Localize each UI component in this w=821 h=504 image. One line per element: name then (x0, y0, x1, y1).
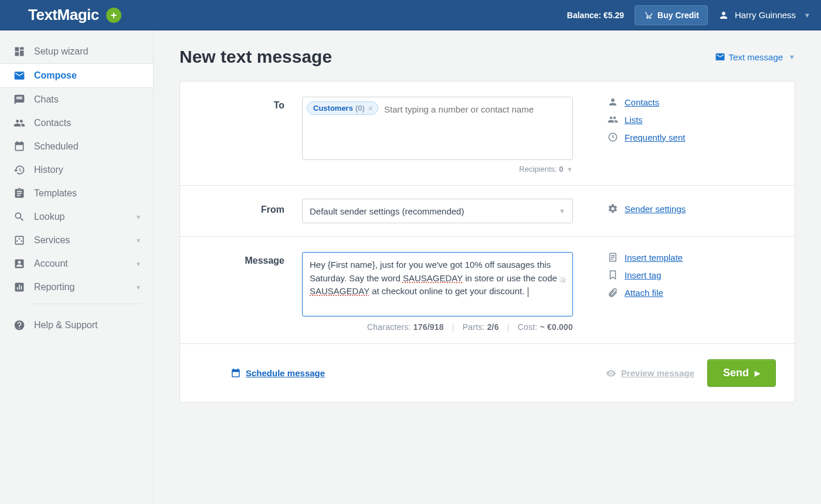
remove-chip-icon[interactable]: × (368, 104, 373, 113)
text-caret (528, 287, 528, 297)
sidebar-item-help[interactable]: Help & Support (0, 314, 153, 337)
help-icon (13, 319, 26, 332)
compose-plus-button[interactable]: + (106, 8, 121, 23)
from-label: From (199, 199, 284, 223)
logo[interactable]: TextMagic + (28, 6, 121, 24)
cart-icon (643, 11, 653, 20)
topbar: TextMagic + Balance: €5.29 Buy Credit Ha… (0, 0, 821, 30)
sidebar-item-lookup[interactable]: Lookup ▼ (0, 205, 153, 229)
message-meta: Characters: 176/918 | Parts: 2/6 | Cost:… (302, 322, 573, 332)
from-select[interactable]: Default sender settings (recommended) ▼ (302, 199, 573, 223)
chevron-down-icon: ▼ (566, 166, 573, 173)
sidebar-item-scheduled[interactable]: Scheduled (0, 135, 153, 158)
chevron-down-icon: ▼ (135, 284, 141, 291)
insert-tag-link[interactable]: Insert tag (607, 270, 776, 280)
contacts-icon (13, 117, 26, 130)
sidebar-item-history[interactable]: History (0, 158, 153, 182)
message-type-selector[interactable]: Text message ▼ (715, 52, 795, 62)
chevron-down-icon: ▼ (789, 53, 795, 60)
sidebar-item-contacts[interactable]: Contacts (0, 111, 153, 135)
history-icon (13, 164, 26, 176)
user-menu[interactable]: Harry Guinness ▼ (718, 10, 810, 21)
buy-credit-button[interactable]: Buy Credit (635, 5, 708, 25)
chevron-down-icon: ▼ (804, 12, 810, 19)
to-input[interactable] (382, 101, 568, 115)
compose-icon (13, 69, 26, 82)
resize-handle-icon[interactable] (559, 277, 565, 282)
calendar-icon (230, 368, 241, 379)
calendar-icon (13, 140, 26, 153)
dashboard-icon (13, 45, 26, 58)
chevron-down-icon: ▼ (135, 214, 141, 220)
template-icon (607, 252, 619, 263)
sidebar-item-account[interactable]: Account ▼ (0, 252, 153, 275)
sidebar-divider (29, 304, 141, 304)
open-lists-link[interactable]: Lists (607, 114, 776, 125)
account-icon (13, 257, 26, 270)
chat-icon (13, 93, 26, 106)
svg-point-0 (647, 18, 648, 19)
message-textarea[interactable]: Hey {First name}, just for you we've got… (302, 252, 573, 316)
sidebar-item-compose[interactable]: Compose (0, 63, 153, 88)
chevron-down-icon: ▼ (559, 207, 565, 214)
recipient-chip[interactable]: Customers (0) × (307, 101, 378, 115)
to-section: To Customers (0) × Recipients: (180, 81, 795, 186)
chevron-right-icon: ▶ (755, 369, 760, 377)
search-icon (13, 210, 26, 223)
balance-label: Balance: €5.29 (567, 11, 624, 20)
svg-point-1 (650, 18, 651, 19)
user-icon (607, 97, 619, 107)
to-input-box[interactable]: Customers (0) × (302, 97, 573, 160)
footer-actions: Schedule message Preview message Send ▶ (180, 344, 795, 402)
attach-file-link[interactable]: Attach file (607, 287, 776, 298)
sender-settings-link[interactable]: Sender settings (607, 203, 776, 214)
clock-icon (607, 132, 619, 142)
user-icon (718, 10, 729, 21)
message-section: Message Hey {First name}, just for you w… (180, 237, 795, 344)
user-name: Harry Guinness (735, 10, 796, 20)
sidebar-item-reporting[interactable]: Reporting ▼ (0, 275, 153, 299)
sidebar-item-setup-wizard[interactable]: Setup wizard (0, 40, 153, 63)
from-section: From Default sender settings (recommende… (180, 186, 795, 237)
send-button[interactable]: Send ▶ (707, 359, 776, 387)
paperclip-icon (607, 287, 619, 298)
bookmark-icon (607, 270, 619, 280)
insert-template-link[interactable]: Insert template (607, 252, 776, 263)
recipients-count[interactable]: Recipients: 0 ▼ (302, 165, 573, 173)
to-label: To (199, 97, 284, 173)
open-contacts-link[interactable]: Contacts (607, 97, 776, 107)
schedule-message-link[interactable]: Schedule message (230, 368, 325, 379)
preview-message-link[interactable]: Preview message (606, 368, 694, 379)
sidebar: Setup wizard Compose Chats Contacts Sche… (0, 30, 154, 504)
compose-panel: To Customers (0) × Recipients: (179, 81, 795, 403)
message-label: Message (199, 252, 284, 332)
gear-icon (607, 203, 619, 214)
page-title: New text message (179, 47, 332, 67)
open-frequent-link[interactable]: Frequently sent (607, 132, 776, 142)
group-icon (607, 114, 619, 125)
templates-icon (13, 187, 26, 200)
main-content: New text message Text message ▼ To Custo… (154, 30, 821, 504)
eye-icon (606, 368, 616, 379)
sidebar-item-templates[interactable]: Templates (0, 182, 153, 205)
chevron-down-icon: ▼ (135, 237, 141, 244)
services-icon (13, 234, 26, 247)
chevron-down-icon: ▼ (135, 261, 141, 267)
sidebar-item-services[interactable]: Services ▼ (0, 229, 153, 252)
logo-text: TextMagic (28, 6, 99, 24)
sidebar-item-chats[interactable]: Chats (0, 88, 153, 111)
reporting-icon (13, 281, 26, 294)
mail-icon (715, 52, 725, 62)
